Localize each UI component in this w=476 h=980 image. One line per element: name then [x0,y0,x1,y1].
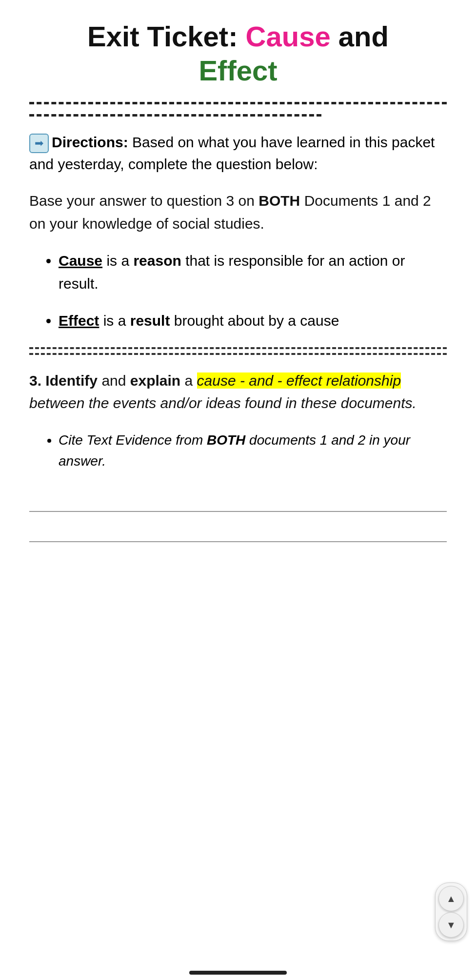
scroll-up-button[interactable]: ▲ [438,886,464,911]
scroll-down-icon: ▼ [446,920,456,931]
directions-label: Directions: [52,134,128,150]
question-number: 3. [29,372,41,389]
bottom-bar [0,965,476,980]
title-middle: and [331,20,389,52]
effect-term: Effect [59,313,99,329]
cause-bold-word: reason [133,253,181,269]
title-effect: Effect [198,55,277,86]
question-identify: Identify [41,372,98,389]
dashed-full-2 [29,353,447,355]
bottom-indicator [189,971,287,975]
directions-section: ➡Directions: Based on what you have lear… [29,131,447,175]
title-cause: Cause [246,20,331,52]
cite-evidence-list: Cite Text Evidence from BOTH documents 1… [59,430,447,472]
body-intro: Base your answer to question 3 on BOTH D… [29,190,447,235]
scroll-down-button[interactable]: ▼ [438,912,464,938]
effect-rest: brought about by a cause [170,313,339,329]
body-intro-before: Base your answer to question 3 on [29,193,258,209]
list-item-effect: Effect is a result brought about by a ca… [59,310,447,333]
question-pre-highlight: a [180,372,197,389]
scroll-up-icon: ▲ [446,893,456,904]
title-prefix: Exit Ticket: [87,20,246,52]
definitions-list: Cause is a reason that is responsible fo… [59,250,447,333]
cause-intro: is a [102,253,133,269]
body-intro-bold: BOTH [258,193,300,209]
title-section: Exit Ticket: Cause and Effect [29,20,447,87]
question-and: and [98,372,130,389]
dashed-full-1 [29,347,447,349]
cite-bold: BOTH [207,432,245,448]
page-container: Exit Ticket: Cause and Effect ➡Direction… [0,0,476,980]
section-divider [29,347,447,355]
cite-before-bold: Cite Text Evidence from [59,432,207,448]
solid-line-2 [29,541,447,542]
question-section: 3. Identify and explain a cause - and - … [29,370,447,415]
question-highlight: cause - and - effect relationship [197,372,401,389]
cause-term: Cause [59,253,102,269]
directions-icon: ➡ [29,134,49,153]
dashed-divider-2 [29,114,321,117]
list-item-cause: Cause is a reason that is responsible fo… [59,250,447,295]
question-explain: explain [130,372,180,389]
dashed-divider-1 [29,102,447,104]
solid-line-1 [29,511,447,512]
scroll-buttons-container: ▲ ▼ [435,882,467,941]
question-post-highlight: between the events and/or ideas found in… [29,395,416,411]
list-item-cite: Cite Text Evidence from BOTH documents 1… [59,430,447,472]
effect-bold-word: result [130,313,170,329]
page-title: Exit Ticket: Cause and Effect [29,20,447,87]
effect-intro: is a [99,313,130,329]
